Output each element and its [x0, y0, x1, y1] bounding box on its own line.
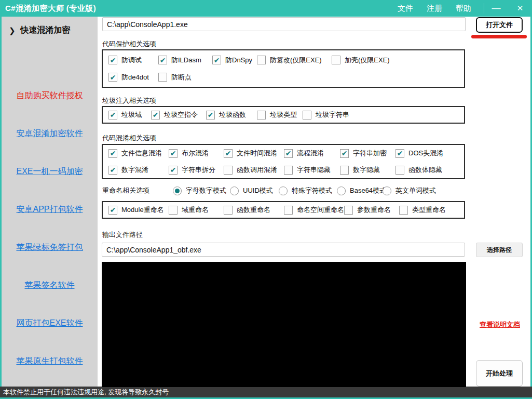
checkbox-row: 防de4dot 防断点	[108, 73, 458, 82]
rename-options-groupbox: Module重命名 域重命名 函数重命名 命名空间重命名 参数重命名 类型重命名	[102, 201, 465, 219]
checkbox-icon	[395, 149, 404, 158]
choose-path-button[interactable]: 选择路径	[476, 243, 523, 257]
checkbox-label: 字符串加密	[353, 149, 387, 158]
checkbox-option[interactable]: 文件信息混淆	[108, 149, 169, 158]
checkbox-option[interactable]: 字符串加密	[340, 149, 395, 158]
checkbox-option[interactable]: 防de4dot	[108, 73, 158, 82]
section-label-garbage-injection: 垃圾注入相关选项	[102, 96, 156, 105]
checkbox-label: 防ILDasm	[171, 56, 201, 65]
sidebar-link[interactable]: 网页打包EXE软件	[16, 318, 83, 329]
menu-item[interactable]: 注册	[427, 4, 442, 14]
sidebar-link[interactable]: 安卓混淆加密软件	[16, 128, 83, 139]
checkbox-icon	[169, 206, 178, 215]
checkbox-option[interactable]: 类型重命名	[399, 205, 446, 215]
checkbox-label: 参数重命名	[357, 205, 391, 215]
checkbox-row: Module重命名 域重命名 函数重命名 命名空间重命名 参数重命名 类型重命名	[108, 205, 458, 215]
checkbox-option[interactable]: 防调试	[108, 56, 158, 65]
radio-icon	[230, 187, 239, 195]
checkbox-label: 垃圾空指令	[164, 110, 198, 119]
radio-option[interactable]: 英文单词模式	[383, 186, 436, 195]
view-documentation-link[interactable]: 查看说明文档	[476, 320, 524, 329]
checkbox-option[interactable]: 域重命名	[169, 205, 224, 215]
checkbox-icon	[257, 56, 266, 64]
checkbox-option[interactable]: 垃圾字符串	[303, 110, 349, 119]
checkbox-option[interactable]: 参数重命名	[344, 205, 399, 215]
checkbox-option[interactable]: 数字混淆	[108, 165, 169, 175]
red-highlight-underline	[471, 35, 527, 38]
checkbox-option[interactable]: 防断点	[158, 73, 212, 82]
radio-label: Base64模式	[350, 186, 386, 195]
sidebar-link[interactable]: 安卓APP打包软件	[16, 204, 83, 215]
checkbox-icon	[212, 56, 221, 64]
checkbox-option[interactable]: 函数重命名	[224, 205, 284, 215]
checkbox-option[interactable]: 加壳(仅限EXE)	[332, 56, 390, 65]
checkbox-label: 函数调用混淆	[237, 165, 277, 175]
checkbox-option[interactable]: 字符串隐藏	[284, 165, 340, 175]
sidebar-link[interactable]: 自助购买软件授权	[16, 90, 83, 101]
checkbox-option[interactable]: 防DnSpy	[212, 56, 257, 65]
checkbox-row: 防调试 防ILDasm 防DnSpy 防篡改(仅限EXE) 加壳(仅限EXE)	[108, 56, 458, 65]
checkbox-label: 命名空间重命名	[297, 205, 344, 215]
open-file-button[interactable]: 打开文件	[476, 17, 523, 33]
radio-icon	[337, 187, 346, 195]
checkbox-icon	[169, 166, 178, 175]
checkbox-icon	[158, 73, 167, 82]
radio-label: 字母数字模式	[186, 186, 226, 195]
sidebar-link[interactable]: 苹果原生打包软件	[16, 356, 83, 367]
checkbox-option[interactable]: 防ILDasm	[158, 56, 212, 65]
sidebar-link[interactable]: 苹果签名软件	[24, 280, 74, 291]
checkbox-icon	[340, 166, 349, 175]
checkbox-option[interactable]: 垃圾空指令	[151, 110, 206, 119]
sidebar-links: 自助购买软件授权安卓混淆加密软件EXE一机一码加密安卓APP打包软件苹果绿标免签…	[16, 90, 83, 367]
checkbox-option[interactable]: 命名空间重命名	[284, 205, 344, 215]
checkbox-icon	[108, 56, 117, 64]
output-file-path-input[interactable]	[102, 243, 465, 257]
menu-item[interactable]: 文件	[398, 4, 413, 14]
minimize-button[interactable]: —	[484, 3, 508, 14]
checkbox-option[interactable]: Module重命名	[108, 205, 169, 215]
radio-option[interactable]: UUID模式	[230, 186, 279, 195]
checkbox-option[interactable]: 字符串拆分	[169, 165, 224, 175]
sidebar-link[interactable]: EXE一机一码加密	[16, 166, 83, 177]
radio-option[interactable]: Base64模式	[337, 186, 383, 195]
source-file-path-input[interactable]	[102, 17, 466, 31]
radio-option[interactable]: 字母数字模式	[173, 186, 230, 195]
checkbox-label: 防篡改(仅限EXE)	[270, 56, 322, 65]
checkbox-label: 防de4dot	[121, 73, 149, 82]
close-button[interactable]: ✕	[508, 4, 532, 13]
checkbox-option[interactable]: 函数调用混淆	[224, 165, 284, 175]
checkbox-option[interactable]: 防篡改(仅限EXE)	[257, 56, 332, 65]
checkbox-icon	[284, 206, 293, 215]
checkbox-label: 文件时间混淆	[237, 149, 277, 158]
checkbox-option[interactable]: 流程混淆	[284, 149, 340, 158]
code-protection-groupbox: 防调试 防ILDasm 防DnSpy 防篡改(仅限EXE) 加壳(仅限EXE) …	[102, 49, 465, 88]
checkbox-option[interactable]: 文件时间混淆	[224, 149, 284, 158]
checkbox-label: 字符串隐藏	[297, 165, 331, 175]
checkbox-row: 文件信息混淆 布尔混淆 文件时间混淆 流程混淆 字符串加密 DOS头混淆	[108, 149, 458, 158]
app-window: C#混淆加密大师 (专业版) 文件注册帮助 — ✕ ❯ 快速混淆加密 自助购买软…	[0, 0, 532, 399]
checkbox-option[interactable]: 垃圾类型	[257, 110, 303, 119]
checkbox-option[interactable]: 数字隐藏	[340, 165, 395, 175]
checkbox-icon	[257, 111, 266, 119]
radio-option[interactable]: 特殊字符模式	[279, 186, 337, 195]
checkbox-icon	[340, 149, 349, 158]
status-text: 本软件禁止用于任何违法违规用途, 发现将导致永久封号	[3, 388, 169, 396]
checkbox-option[interactable]: DOS头混淆	[395, 149, 443, 158]
checkbox-option[interactable]: 垃圾函数	[206, 110, 257, 119]
radio-label: 特殊字符模式	[292, 186, 332, 195]
checkbox-icon	[108, 111, 117, 119]
sidebar-link[interactable]: 苹果绿标免签打包	[16, 242, 83, 253]
checkbox-option[interactable]: 布尔混淆	[169, 149, 224, 158]
sidebar-header: ❯ 快速混淆加密	[2, 17, 71, 36]
checkbox-label: 防调试	[121, 56, 142, 65]
checkbox-icon	[206, 111, 215, 119]
menu-item[interactable]: 帮助	[456, 4, 471, 14]
checkbox-option[interactable]: 函数体隐藏	[395, 165, 442, 175]
checkbox-label: 数字混淆	[121, 165, 148, 175]
start-processing-button[interactable]: 开始处理	[476, 360, 523, 387]
sidebar: ❯ 快速混淆加密 自助购买软件授权安卓混淆加密软件EXE一机一码加密安卓APP打…	[2, 17, 98, 387]
checkbox-icon	[395, 166, 404, 175]
checkbox-row: 垃圾域 垃圾空指令 垃圾函数 垃圾类型 垃圾字符串	[108, 110, 458, 119]
status-bar: 本软件禁止用于任何违法违规用途, 发现将导致永久封号	[0, 387, 532, 397]
checkbox-option[interactable]: 垃圾域	[108, 110, 151, 119]
